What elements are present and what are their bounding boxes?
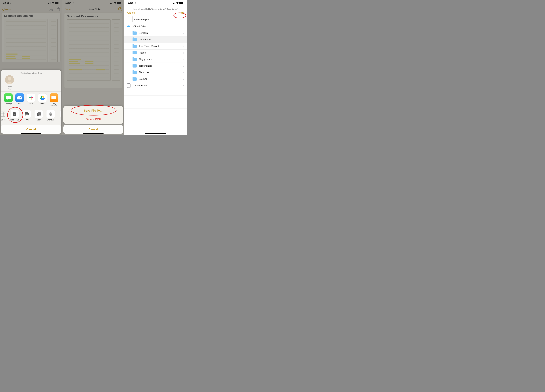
- folder-label: screenshots: [139, 64, 152, 67]
- add-button[interactable]: Add: [179, 11, 184, 14]
- svg-rect-30: [173, 3, 174, 4]
- share-icon[interactable]: [56, 7, 60, 11]
- status-icons: [173, 2, 183, 4]
- save-clip-icon: [60, 110, 61, 118]
- share-app-row: Message Mail Slack Drive Copy to Books: [1, 91, 61, 108]
- drive-icon: [38, 93, 47, 102]
- chevron-right-icon: ›: [183, 51, 184, 54]
- svg-rect-29: [173, 3, 173, 4]
- svg-rect-16: [31, 97, 33, 98]
- folder-row-playgrounds[interactable]: Playgrounds›: [124, 56, 187, 63]
- svg-rect-25: [112, 2, 113, 4]
- action-create-pdf[interactable]: PDF Create PDF: [9, 110, 21, 121]
- folder-row-documents[interactable]: Documents⌄: [124, 37, 187, 43]
- status-bar: 10:51: [0, 0, 62, 6]
- scanned-doc-page-2[interactable]: [49, 19, 58, 62]
- books-icon: [50, 93, 58, 102]
- folder-row-screenshots[interactable]: screenshots›: [124, 63, 187, 69]
- share-app-books[interactable]: Copy to Books: [48, 93, 60, 107]
- status-icons: [110, 2, 121, 4]
- print-icon: [23, 110, 31, 118]
- chevron-right-icon: ›: [183, 84, 184, 87]
- folder-row-soulver[interactable]: Soulver›: [124, 76, 187, 82]
- cancel-button[interactable]: Cancel: [63, 125, 123, 134]
- folder-label: Documents: [139, 38, 151, 41]
- share-action-row: s & Grids PDF Create PDF Print Copy Shor…: [1, 108, 61, 122]
- copy-icon: [35, 110, 43, 118]
- home-indicator: [83, 133, 104, 134]
- folder-icon: [133, 45, 137, 48]
- share-app-message[interactable]: Message: [3, 93, 14, 107]
- cancel-button[interactable]: Cancel: [1, 125, 61, 134]
- home-indicator: [21, 133, 41, 134]
- add-people-icon[interactable]: [49, 7, 53, 11]
- file-row: New Note.pdf: [124, 16, 187, 23]
- cancel-button[interactable]: Cancel: [127, 11, 136, 14]
- signal-icon: [48, 2, 51, 4]
- svg-rect-14: [29, 97, 31, 98]
- svg-rect-35: [183, 2, 183, 3]
- header-bar: Cancel Add: [124, 11, 187, 16]
- chevron-down-icon: ⌄: [182, 38, 184, 41]
- wifi-icon: [52, 2, 54, 4]
- back-button[interactable]: Notes: [2, 8, 11, 11]
- battery-icon: [55, 2, 59, 4]
- location-icloud-drive[interactable]: iCloud Drive ⌄: [124, 23, 187, 30]
- file-thumb-icon: [128, 16, 133, 22]
- location-icon: [134, 2, 136, 4]
- empty-row: [124, 95, 187, 102]
- nav-bar: Done New Note: [62, 6, 124, 12]
- svg-rect-24: [112, 3, 112, 4]
- folder-icon: [133, 38, 137, 41]
- svg-rect-27: [117, 2, 121, 4]
- airdrop-target[interactable]: Jason iMac: [4, 75, 15, 90]
- action-shortcuts[interactable]: Shortcuts: [45, 110, 56, 121]
- folder-row-shortcuts[interactable]: Shortcuts›: [124, 69, 187, 76]
- scanned-doc-page-1[interactable]: [67, 19, 111, 81]
- share-sheet: Tap to share with AirDrop Jason iMac Mes…: [1, 70, 61, 134]
- folder-icon: [133, 77, 137, 81]
- svg-point-7: [50, 8, 52, 9]
- scanned-doc-page-1[interactable]: [4, 19, 48, 62]
- location-on-my-iphone[interactable]: On My iPhone ›: [124, 82, 187, 89]
- page-title: New Note: [88, 8, 100, 11]
- folder-label: Soulver: [139, 78, 147, 81]
- action-lines-grids[interactable]: s & Grids: [1, 110, 9, 121]
- share-app-mail[interactable]: Mail: [14, 93, 25, 107]
- markup-icon[interactable]: [118, 7, 122, 11]
- status-icons: [48, 2, 59, 4]
- svg-rect-6: [59, 2, 59, 3]
- folder-icon: [133, 31, 137, 35]
- share-app-drive[interactable]: Drive: [37, 93, 48, 107]
- svg-text:PDF: PDF: [14, 114, 16, 115]
- delete-pdf-button[interactable]: Delete PDF: [63, 115, 123, 124]
- folder-label: Desktop: [139, 32, 148, 35]
- folder-row-just-press-record[interactable]: Just Press Record›: [124, 43, 187, 50]
- svg-rect-32: [175, 2, 175, 4]
- chevron-left-icon: [2, 8, 4, 11]
- share-app-slack[interactable]: Slack: [25, 93, 37, 107]
- svg-rect-13: [31, 95, 31, 97]
- svg-rect-15: [31, 98, 31, 100]
- empty-row: [124, 115, 187, 122]
- status-bar: 10:54: [62, 0, 124, 6]
- empty-row: [124, 102, 187, 109]
- pdf-icon: PDF: [11, 110, 19, 118]
- folder-icon: [133, 64, 137, 68]
- scanned-doc-page-2[interactable]: [112, 19, 120, 81]
- save-file-to-button[interactable]: Save File To…: [63, 106, 123, 115]
- action-save-clip[interactable]: Sav: [56, 110, 61, 121]
- action-copy[interactable]: Copy: [33, 110, 45, 121]
- svg-rect-22: [110, 3, 111, 4]
- file-name: New Note.pdf: [134, 18, 149, 21]
- note-title: Scanned Documents: [67, 14, 120, 18]
- avatar: [5, 75, 14, 84]
- folder-row-desktop[interactable]: Desktop›: [124, 30, 187, 37]
- airdrop-device: iMac: [4, 88, 15, 90]
- chevron-right-icon: ›: [183, 58, 184, 61]
- folder-icon: [133, 71, 137, 74]
- action-print[interactable]: Print: [21, 110, 33, 121]
- svg-rect-21: [25, 114, 28, 116]
- done-button[interactable]: Done: [65, 8, 71, 11]
- folder-row-pages[interactable]: Pages›: [124, 50, 187, 56]
